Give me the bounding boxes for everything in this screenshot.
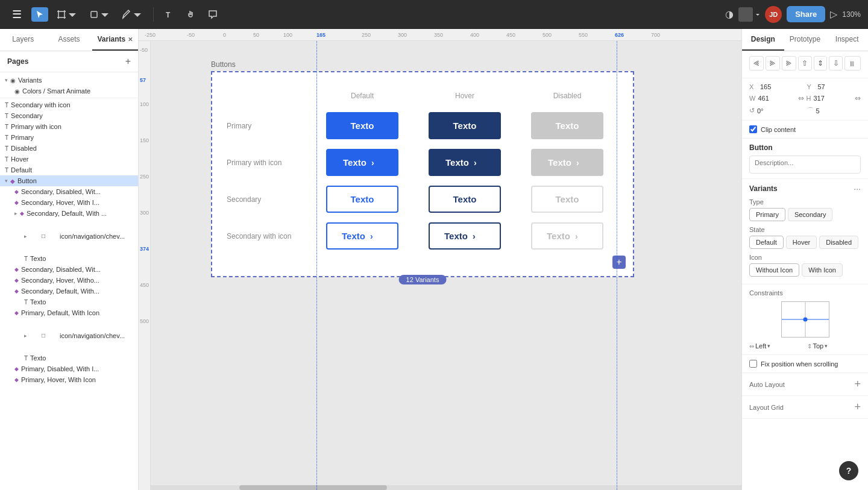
tab-assets[interactable]: Assets: [46, 29, 92, 51]
pages-add-button[interactable]: +: [125, 56, 131, 67]
description-input[interactable]: [749, 155, 861, 174]
layer-label: Primary, Default, With Icon: [21, 309, 99, 316]
canvas-content[interactable]: Buttons Default Hover Disabled Primary: [151, 41, 741, 490]
ruler-mark: 350: [434, 32, 443, 38]
variants-options-button[interactable]: ···: [854, 184, 861, 193]
btn-primary-icon-default[interactable]: Texto ›: [326, 149, 398, 176]
layer-item-sec-default[interactable]: ▸ ◆ Secondary, Default, With ...: [0, 208, 138, 219]
state-disabled-option[interactable]: Disabled: [819, 236, 858, 249]
scrollbar-thumb[interactable]: [239, 485, 387, 490]
align-left-button[interactable]: ⫷: [749, 56, 764, 71]
state-default-option[interactable]: Default: [749, 236, 784, 249]
type-primary-option[interactable]: Primary: [749, 208, 785, 221]
btn-secondary-hover[interactable]: Texto: [429, 186, 501, 213]
ruler-mark: -50: [187, 32, 195, 38]
btn-secondary-default[interactable]: Texto: [326, 186, 398, 213]
layer-item-default[interactable]: T Default: [0, 165, 138, 175]
current-page[interactable]: [738, 7, 760, 22]
btn-primary-default[interactable]: Texto: [326, 112, 398, 139]
zoom-indicator[interactable]: 130%: [842, 10, 861, 19]
resize-proportional-icon[interactable]: ⇔: [855, 94, 861, 102]
col-header-disabled: Disabled: [516, 92, 618, 100]
btn-primary-icon-hover[interactable]: Texto ›: [429, 149, 501, 176]
canvas[interactable]: -250 -50 0 50 100 165 250 300 350 400 45…: [139, 29, 741, 490]
layer-item-primary-icon[interactable]: T Primary with icon: [0, 121, 138, 132]
help-button[interactable]: ?: [839, 461, 858, 480]
v-ruler-mark: 100: [140, 101, 149, 107]
layer-item-disabled[interactable]: T Disabled: [0, 143, 138, 154]
layer-item-sec-disabled[interactable]: ◆ Secondary, Disabled, Wit...: [0, 186, 138, 197]
btn-secondary-icon-hover[interactable]: Texto ›: [429, 222, 501, 250]
layer-item-texto3[interactable]: T Texto: [0, 353, 138, 363]
layer-item-variants-group[interactable]: ▾ ◉ Variants: [0, 75, 138, 86]
align-top-button[interactable]: ⇧: [798, 56, 812, 71]
tab-layers[interactable]: Layers: [0, 29, 46, 51]
share-button[interactable]: Share: [787, 6, 825, 22]
shape-tool[interactable]: [86, 7, 113, 22]
angle-value[interactable]: 0°: [757, 107, 764, 115]
x-value[interactable]: 165: [760, 83, 771, 90]
align-bottom-button[interactable]: ⇩: [829, 56, 843, 71]
buttons-frame[interactable]: Default Hover Disabled Primary Texto Tex…: [211, 71, 634, 277]
layer-item-sec-disabled2[interactable]: ◆ Secondary, Disabled, Wit...: [0, 264, 138, 275]
tab-variants[interactable]: Variants ✕: [92, 29, 138, 51]
layer-item-button[interactable]: ▾ ◆ Button: [0, 175, 138, 186]
layer-item-hover[interactable]: T Hover: [0, 154, 138, 165]
layer-item-icon-nav2[interactable]: ▸ □ icon/navigation/chev...: [0, 318, 138, 353]
layer-item-icon-nav1[interactable]: ▸ □ icon/navigation/chev...: [0, 219, 138, 253]
auto-layout-add-button[interactable]: +: [854, 378, 861, 391]
constraint-horizontal-select[interactable]: ⇔ Left ▾: [749, 342, 804, 350]
frame-tool[interactable]: [53, 7, 81, 22]
layer-item-primary-default-icon[interactable]: ◆ Primary, Default, With Icon: [0, 307, 138, 318]
fix-position-section: Fix position when scrolling: [742, 355, 868, 373]
add-variant-button[interactable]: +: [612, 256, 626, 269]
h-value[interactable]: 317: [813, 95, 824, 102]
layer-item-colors[interactable]: ◉ Colors / Smart Animate: [0, 86, 138, 96]
btn-primary-hover[interactable]: Texto: [429, 112, 501, 139]
layer-item-texto2[interactable]: T Texto: [0, 297, 138, 307]
fix-position-checkbox[interactable]: [749, 360, 757, 368]
text-tool[interactable]: T: [161, 7, 178, 22]
variants-close-icon[interactable]: ✕: [128, 36, 133, 43]
ruler-mark: 50: [253, 32, 259, 38]
align-right-button[interactable]: ⫸: [782, 56, 796, 71]
btn-secondary-icon-default[interactable]: Texto ›: [326, 222, 398, 250]
layer-item-texto1[interactable]: T Texto: [0, 253, 138, 264]
menu-icon[interactable]: ☰: [7, 5, 27, 24]
align-center-h-button[interactable]: ⫸: [766, 56, 780, 71]
clip-content-checkbox[interactable]: [749, 125, 757, 133]
w-value[interactable]: 461: [758, 95, 769, 102]
align-center-v-button[interactable]: ⇕: [814, 56, 828, 71]
pen-tool[interactable]: [118, 7, 146, 22]
tab-prototype[interactable]: Prototype: [784, 29, 826, 51]
select-tool[interactable]: [31, 7, 48, 22]
icon-without-option[interactable]: Without Icon: [749, 263, 799, 277]
tab-inspect[interactable]: Inspect: [826, 29, 868, 51]
layer-item-sec-hover2[interactable]: ◆ Secondary, Hover, Witho...: [0, 275, 138, 286]
y-value[interactable]: 57: [818, 83, 825, 90]
layer-item-sec-hover-i[interactable]: ◆ Secondary, Hover, With I...: [0, 197, 138, 208]
link-proportions-icon[interactable]: ⇔: [798, 94, 804, 102]
scrollbar-track[interactable]: [151, 485, 741, 490]
layer-label: Disabled: [11, 145, 37, 152]
tab-design[interactable]: Design: [742, 29, 784, 51]
chevron-right-icon: ›: [474, 158, 477, 168]
layer-item-secondary-icon[interactable]: T Secondary with icon: [0, 99, 138, 110]
layer-item-primary-disabled[interactable]: ◆ Primary, Disabled, With I...: [0, 363, 138, 374]
constraint-v-arrow: ⇕: [807, 343, 812, 350]
hand-tool[interactable]: [183, 7, 200, 22]
layout-grid-add-button[interactable]: +: [854, 401, 861, 413]
corner-value[interactable]: 5: [816, 107, 820, 115]
layer-item-sec-default2[interactable]: ◆ Secondary, Default, With...: [0, 286, 138, 297]
layer-item-primary-hover-icon[interactable]: ◆ Primary, Hover, With Icon: [0, 374, 138, 385]
state-hover-option[interactable]: Hover: [786, 236, 817, 249]
icon-with-option[interactable]: With Icon: [802, 263, 843, 277]
play-button[interactable]: ▷: [830, 8, 837, 20]
type-secondary-option[interactable]: Secondary: [788, 208, 833, 221]
comment-tool[interactable]: [204, 7, 221, 22]
layer-item-secondary[interactable]: T Secondary: [0, 110, 138, 121]
theme-toggle[interactable]: ◑: [725, 8, 734, 20]
constraint-vertical-select[interactable]: ⇕ Top ▾: [807, 342, 861, 350]
layer-item-primary[interactable]: T Primary: [0, 132, 138, 143]
distribute-button[interactable]: ⫼: [844, 56, 861, 71]
